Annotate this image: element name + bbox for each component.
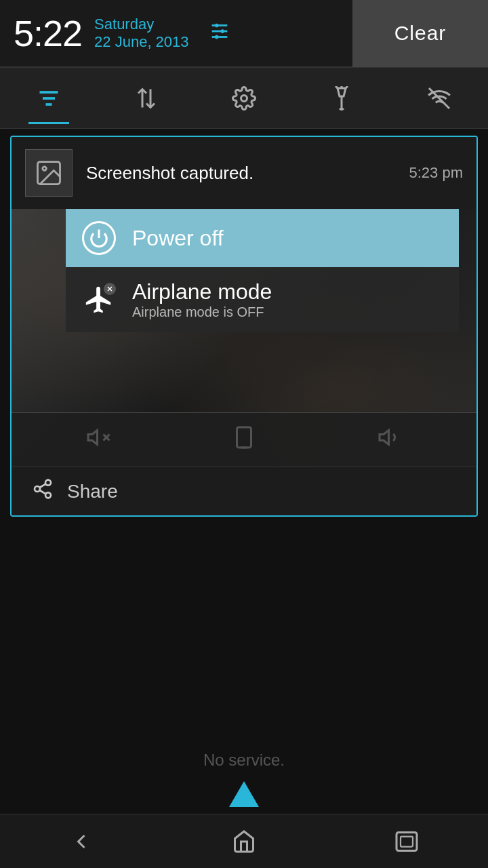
rotate-toggle-icon[interactable] — [232, 425, 256, 455]
back-button[interactable] — [54, 821, 108, 862]
home-button[interactable] — [217, 821, 271, 862]
airplane-label: Airplane mode — [132, 279, 272, 304]
svg-rect-31 — [396, 832, 417, 850]
clear-button[interactable]: Clear — [352, 0, 488, 67]
triangle-indicator — [229, 781, 259, 807]
svg-point-4 — [220, 29, 224, 33]
notification-header: Screenshot captured. 5:23 pm — [12, 137, 476, 209]
qs-sort-button[interactable] — [126, 78, 167, 119]
svg-point-5 — [214, 35, 218, 39]
svg-point-9 — [241, 95, 247, 101]
svg-line-12 — [346, 86, 348, 88]
qs-signal-button[interactable] — [419, 78, 460, 119]
date-full: 22 June, 2013 — [94, 33, 188, 51]
adjust-icon[interactable] — [208, 20, 231, 47]
svg-point-3 — [214, 23, 218, 27]
svg-marker-25 — [380, 430, 389, 444]
recents-button[interactable] — [380, 821, 434, 862]
airplane-label-block: Airplane mode Airplane mode is OFF — [132, 279, 272, 320]
status-bar: 5:22 Saturday 22 June, 2013 Clear — [0, 0, 488, 68]
svg-marker-21 — [88, 430, 98, 444]
qs-flashlight-button[interactable] — [321, 78, 362, 119]
share-row[interactable]: Share — [12, 467, 476, 515]
svg-point-17 — [43, 167, 47, 171]
quick-toggles-bar — [12, 412, 476, 467]
volume-toggle-icon[interactable] — [378, 425, 402, 455]
svg-point-27 — [35, 486, 40, 492]
qs-filter-button[interactable] — [28, 78, 69, 119]
airplane-sublabel: Airplane mode is OFF — [132, 304, 272, 320]
airplane-mode-row[interactable]: Airplane mode Airplane mode is OFF — [66, 267, 459, 332]
day-name: Saturday — [94, 16, 188, 33]
notification-content: Power off Airplane mode — [12, 209, 476, 515]
svg-point-26 — [45, 480, 51, 486]
qs-settings-button[interactable] — [224, 78, 264, 119]
share-label: Share — [67, 481, 118, 502]
svg-rect-32 — [401, 836, 413, 846]
share-icon — [32, 478, 54, 505]
clock: 5:22 — [14, 12, 82, 54]
time-date-block: 5:22 Saturday 22 June, 2013 — [14, 12, 231, 54]
svg-point-28 — [45, 492, 51, 498]
screenshot-preview: Power off Airplane mode — [12, 209, 476, 467]
power-off-row[interactable]: Power off — [66, 209, 459, 267]
screenshot-thumbnail — [25, 149, 73, 197]
date-block: Saturday 22 June, 2013 — [94, 16, 188, 51]
mute-toggle-icon[interactable] — [86, 425, 110, 455]
svg-line-11 — [336, 86, 338, 88]
notification-title: Screenshot captured. — [86, 163, 396, 184]
svg-line-29 — [39, 490, 45, 494]
notification-panel: Screenshot captured. 5:23 pm Power off — [10, 136, 478, 517]
notification-time: 5:23 pm — [409, 164, 464, 182]
navigation-bar — [0, 814, 488, 868]
quick-settings-bar — [0, 68, 488, 129]
power-menu: Power off Airplane mode — [66, 209, 459, 332]
svg-line-30 — [39, 484, 45, 488]
no-service-text: No service. — [0, 751, 488, 770]
power-off-label: Power off — [132, 226, 224, 251]
power-off-icon — [82, 221, 116, 255]
svg-rect-24 — [237, 427, 251, 448]
airplane-icon — [82, 283, 116, 317]
